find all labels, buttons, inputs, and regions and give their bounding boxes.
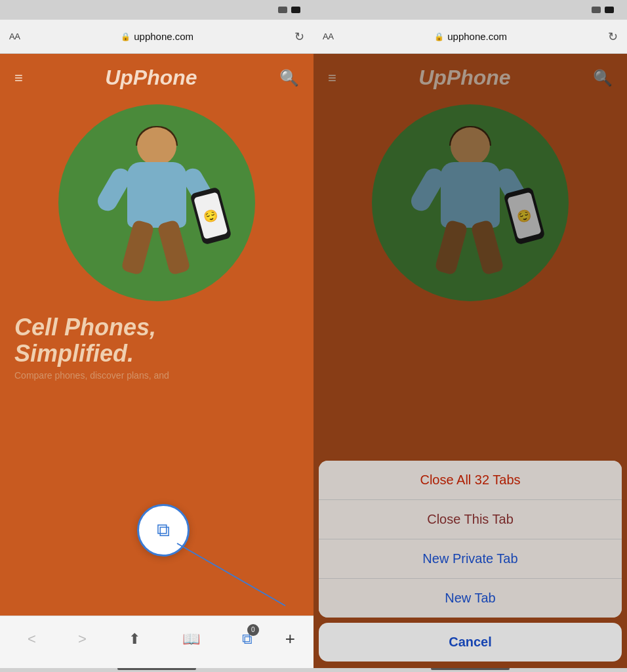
svg-line-0 <box>177 543 285 606</box>
tab-squares-icon: ⧉ <box>157 520 170 541</box>
address-bar-right[interactable]: AA 🔒 upphone.com ↻ <box>314 20 627 54</box>
url-text-right: upphone.com <box>447 31 507 42</box>
status-dot-4 <box>605 7 614 13</box>
home-indicator-left <box>0 668 314 672</box>
web-content-left: ≡ UpPhone 🔍 😌 <box>0 54 314 616</box>
text-size-button-right[interactable]: AA <box>323 32 333 41</box>
bookmarks-icon-left: 📖 <box>182 631 200 648</box>
person-body <box>127 162 186 228</box>
status-bar-left <box>0 0 314 20</box>
green-circle-left: 😌 <box>58 104 255 301</box>
url-text-left: upphone.com <box>134 31 193 42</box>
forward-button-left[interactable]: > <box>69 625 96 653</box>
tab-count-badge-left: 0 <box>247 624 259 636</box>
hero-subtext-left: Compare phones, discover plans, and <box>14 370 299 381</box>
share-icon-left: ⬆ <box>129 631 140 648</box>
forward-icon-left: > <box>78 631 87 648</box>
hero-illustration-left: 😌 <box>0 98 314 301</box>
url-container-right[interactable]: 🔒 upphone.com <box>340 31 601 42</box>
lock-icon-left: 🔒 <box>121 32 131 41</box>
back-button-left[interactable]: < <box>18 625 45 653</box>
left-phone-panel: AA 🔒 upphone.com ↻ ≡ UpPhone 🔍 <box>0 0 314 672</box>
status-dot-2 <box>291 7 300 13</box>
address-bar-left[interactable]: AA 🔒 upphone.com ↻ <box>0 20 314 54</box>
site-header-left: ≡ UpPhone 🔍 <box>0 54 314 98</box>
new-tab-button[interactable]: New Tab <box>319 579 622 618</box>
web-content-right: ≡ UpPhone 🔍 😌 <box>314 54 627 668</box>
back-icon-left: < <box>28 631 36 648</box>
status-dot-1 <box>278 7 287 13</box>
url-container-left[interactable]: 🔒 upphone.com <box>26 31 288 42</box>
close-this-tab-button[interactable]: Close This Tab <box>319 500 622 539</box>
site-logo-left: UpPhone <box>105 66 197 90</box>
person-leg-right <box>157 219 191 276</box>
hero-headline-left: Cell Phones, Simplified. <box>14 314 299 366</box>
lock-icon-right: 🔒 <box>434 32 444 41</box>
illus-phone: 😌 <box>190 187 232 245</box>
cancel-button[interactable]: Cancel <box>319 623 622 662</box>
search-icon-left[interactable]: 🔍 <box>279 69 299 87</box>
share-button-left[interactable]: ⬆ <box>119 625 150 653</box>
bookmarks-button-left[interactable]: 📖 <box>173 625 209 653</box>
home-indicator-right <box>314 668 627 672</box>
status-dot-3 <box>592 7 601 13</box>
illus-phone-screen: 😌 <box>193 192 228 239</box>
action-sheet: Close All 32 Tabs Close This Tab New Pri… <box>319 461 622 662</box>
person-leg-left <box>121 219 155 276</box>
refresh-button-left[interactable]: ↻ <box>294 30 304 44</box>
hero-text-left: Cell Phones, Simplified. Compare phones,… <box>0 301 314 386</box>
right-phone-panel: AA 🔒 upphone.com ↻ ≡ UpPhone 🔍 <box>314 0 627 672</box>
person-head <box>137 127 176 165</box>
refresh-button-right[interactable]: ↻ <box>608 30 618 44</box>
person-illustration: 😌 <box>91 124 222 282</box>
action-sheet-main: Close All 32 Tabs Close This Tab New Pri… <box>319 461 622 618</box>
illus-phone-face: 😌 <box>202 207 220 224</box>
tabs-button-left[interactable]: ⧉ 0 <box>233 625 262 653</box>
text-size-button-left[interactable]: AA <box>9 32 20 41</box>
hamburger-icon-left[interactable]: ≡ <box>14 70 23 87</box>
action-sheet-overlay: Close All 32 Tabs Close This Tab New Pri… <box>314 461 627 668</box>
new-tab-plus-left[interactable]: + <box>285 629 295 649</box>
status-bar-right <box>314 0 627 20</box>
bottom-toolbar-left: < > ⬆ 📖 ⧉ 0 + <box>0 616 314 668</box>
close-all-tabs-button[interactable]: Close All 32 Tabs <box>319 461 622 500</box>
new-private-tab-button[interactable]: New Private Tab <box>319 539 622 579</box>
tab-button-highlight: ⧉ <box>137 504 190 556</box>
